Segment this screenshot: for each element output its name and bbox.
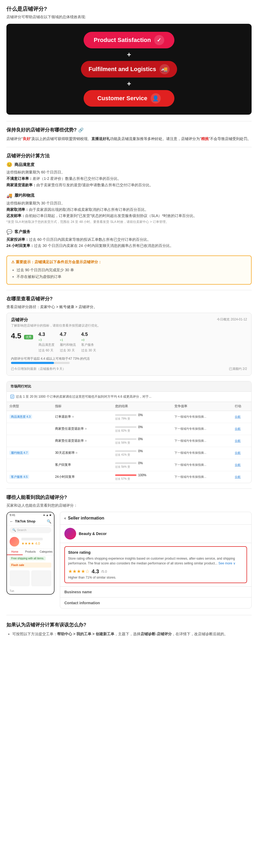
divider-4 [6,489,252,489]
row-result-5: 100% 过去 57% 货 [112,471,172,483]
stars-score-row: ★★★★☆ 4.3 /5.0 [68,568,243,575]
row-result-0: 0% 过去 79% 货 [112,411,172,423]
notice-item-1: 过去 90 个日历日内完成至少 30 单 [17,267,247,273]
buyer-section: 哪些人能看到我的店铺评分? 买家和达人也能在店里看到您的店铺评分： 9:41 ●… [6,494,252,609]
product-item-1[interactable] [10,570,30,586]
metrics-row: 4.5 优秀 4.3 +3 商品满意度 过去 60 天 4.7 +1 履约和物流… [11,332,247,353]
phone-seller-row: 9:41 ● ▲ ■ ← TikTok Shop 🔍 🔍 Search [6,512,252,609]
row-action-4[interactable]: 分析 [232,459,251,471]
metric-customer-header: 💬 客户服务 [6,229,252,235]
mini-metric-1: 4.7 +1 履约和物流 过去 30 天 [60,332,76,353]
metric-fulfillment: 🚚 履约和物流 这些指标的测量期为 30 个日历日。 商家取消率：由于卖家原因出… [6,193,252,225]
main-score-box: 4.5 优秀 [11,332,33,353]
store-rating-box: Store rating Store rating offers shoppin… [64,546,247,583]
business-name-field: Business name [60,586,251,597]
market-filter: 过去 1 至 20 到 1000 个订单的卖家调在过这里您可能也不如到对方平均 … [7,392,251,402]
mini-metric-2: 4.5 +0 客户服务 过去 30 天 [81,332,96,353]
phone-search-bar[interactable]: 🔍 Search [10,527,51,533]
phone-status-bar: 9:41 ● ▲ ■ [7,512,54,518]
rating-label: Store rating [68,550,243,555]
progress-group: 内部评分可用于追踪 4.4 或以上可有助于47 73% 的代活 [11,356,247,364]
category-tag-3: 履约物流 4.7 [9,451,29,455]
row-action-2[interactable]: 分析 [232,435,251,447]
table-row: 客户服务 4.5 24小时回复率 100% 过去 57% 货 下一领域均专有操指… [7,471,251,483]
phone-nav: Home Products Categories [7,549,54,555]
nav-products[interactable]: Products [23,549,38,555]
col-category: 分类型 [7,402,52,411]
contact-field: Contact information [60,597,251,608]
where-title: 在哪里查看店铺评分? [6,296,252,302]
mini-change-0: +3 [38,338,55,342]
shop-title: TikTok Shop [15,519,35,523]
row-competitor-1: 下一领域均专有操指摘... [172,423,232,435]
progress-label-1: 内部评分可用于追踪 4.4 或以上可有助于47 73% 的代活 [11,356,247,361]
ship-tag: Free shipping with all items. [10,556,46,560]
intro-text: 店铺评分可帮助店铺在以下领域的总体绩效表现: [6,15,252,20]
market-header: 市场同行对比 [7,381,251,392]
table-row: 客户回复率 0% 过去 5b% 货 下一领域均专有操指摘... 分析 [7,459,251,471]
action-link-0[interactable]: 分析 [235,415,240,418]
progress-footer: 已今日增加到最新（店铺服务约 9 天） 已满额约 2/2 [11,367,247,371]
metric-product: 😊 商品满意度 这些指标的测量期为 60 个日历日。 不满意订单率：差评（1-2… [6,162,252,188]
score-value: 4.5 [11,332,21,340]
row-metric-3: 30天迟发邮率 ○ [52,447,112,459]
notice-box: ⚠ 重要提示：店铺满足以下条件后方会显示店铺评分： 过去 90 个日历日内完成至… [6,255,252,284]
score-badge: 优秀 [24,335,33,339]
metric-product-content: 这些指标的测量期为 60 个日历日。 不满意订单率：差评（1-2 星评价）数量占… [6,169,252,188]
store-name [21,538,43,540]
divider-2 [6,147,252,147]
rating-score: 4.3 [92,568,99,575]
chat-icon: 💬 [6,229,12,235]
row-metric-1: 商家责任退货退款率 ○ [52,423,112,435]
metric-fulfillment-content: 这些指标的测量期为 30 个日历日。 商家取消率：由于卖家原因出现的取消订单或卖… [6,200,252,225]
row-metric-4: 客户回复率 [52,459,112,471]
product-item-2[interactable] [31,570,51,586]
nav-home[interactable]: Home [7,549,23,555]
back-icon[interactable]: ← [10,519,13,524]
calc-section: 😊 商品满意度 这些指标的测量期为 60 个日历日。 不满意订单率：差评（1-2… [6,162,252,249]
market-table-header-row: 分类型 指标 您的结果 竞争值率 行动 [7,402,251,411]
market-table-head: 分类型 指标 您的结果 竞争值率 行动 [7,402,251,411]
row-action-5[interactable]: 分析 [232,471,251,483]
dashboard-title-block: 店铺评分 了解影响您店铺评分的指标，请前往查看并按照建议进行优化。 [11,317,101,328]
seller-avatar-row: Beauty & Decor [60,525,251,543]
row-action-3[interactable]: 分析 [232,447,251,459]
wrong-item-0: 可按照以下方法提交工单：帮助中心 > 我的工单 > 创建新工单，主题下，选择店铺… [12,631,252,638]
sla-note: *发货 SLA 时效取决于您的发货方式，范围在 24 至 48 小时。要查看发货… [6,219,252,224]
mini-label-2: 客户服务 [81,343,96,347]
phone-footer-tab: Tun [7,588,54,594]
col-action: 行动 [232,402,251,411]
mini-score-2: 4.5 [81,332,96,337]
higher-text: Higher than 71% of similar stores. [68,576,243,579]
buyer-body: 买家和达人也能在店里看到您的店铺评分： [6,503,252,508]
dashboard-card: 店铺评分 了解影响您店铺评分的指标，请前往查看并按照建议进行优化。 今日概览 2… [6,313,252,376]
hero-pill-service: Customer Service 👤 [84,90,174,106]
product-grid [7,569,54,588]
market-table: 分类型 指标 您的结果 竞争值率 行动 商品满意度 4.3 订单退款率 ○ 0% [7,402,251,483]
path-steps: 卖家中心 > 账号健康 > 店铺评分。 [40,305,97,309]
market-checkbox[interactable] [10,395,14,399]
mini-sub-0: 过去 60 天 [38,348,55,353]
link-icon: 🔗 [78,127,84,132]
search-icon[interactable]: 🔍 [47,519,51,524]
progress-fill-1 [11,362,54,364]
row-metric-5: 24小时回复率 [52,471,112,483]
mini-metric-0: 4.3 +3 商品满意度 过去 60 天 [38,332,55,353]
metric-customer-content: 买家投诉率：过去 60 个日历日内因卖家导致的投诉工单数占所有已交付订单的百分比… [6,237,252,249]
main-score: 4.5 优秀 [11,332,33,340]
row-action-0[interactable]: 分析 [232,411,251,423]
table-row: 商家责任退货退款率 ○ 0% 过去 56% 货 下一领域均专有操指摘... 分析 [7,435,251,447]
page-container: 什么是店铺评分? 店铺评分可帮助店铺在以下领域的总体绩效表现: Product … [0,0,258,646]
row-action-1[interactable]: 分析 [232,423,251,435]
metric-product-header: 😊 商品满意度 [6,162,252,167]
divider-1 [6,121,252,121]
mini-sub-1: 过去 30 天 [60,348,76,353]
category-tag-0: 商品满意度 4.3 [9,414,32,419]
seller-avatar [64,528,76,539]
see-more-link[interactable]: See more ∨ [219,561,235,565]
nav-categories[interactable]: Categories [38,549,54,555]
chevron-left-icon[interactable]: ‹ [64,516,66,521]
bad-highlight: 精挑 [201,136,208,141]
smiley-icon: 😊 [6,162,12,167]
table-row: 商家责任退货退款率 ○ 0% 过去 82% 货 下一领域均专有操指摘... 分析 [7,423,251,435]
